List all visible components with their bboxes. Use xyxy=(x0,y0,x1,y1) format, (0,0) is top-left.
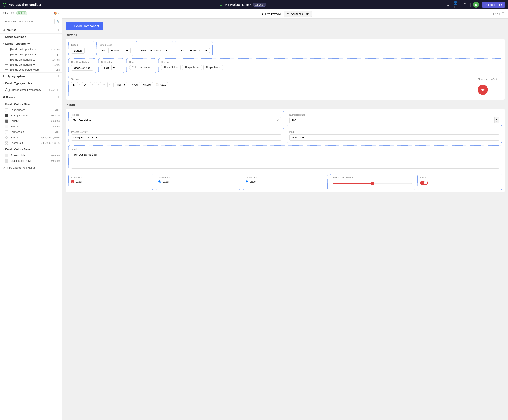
sidebar: STYLES Default 🎨 ▾ 🔍 ⊞ Metrics + ▸ Kendo… xyxy=(0,9,62,420)
metrics-add-icon[interactable]: + xyxy=(58,28,60,32)
align-right-button[interactable]: ≡ xyxy=(102,82,106,87)
color-swatch xyxy=(5,154,8,157)
numeric-up[interactable]: ▲ xyxy=(495,118,499,120)
star-icon: ★ xyxy=(190,49,192,52)
fab-card: FloatingActionButton ★ xyxy=(475,75,502,97)
textarea-card: TextArea TextArea Value xyxy=(68,145,502,172)
numeric-card: NumericTextBox ▲ ▼ xyxy=(287,111,502,126)
masked-card: MaskedTextBox xyxy=(68,128,284,143)
split-button-demo: Split ▾ xyxy=(101,65,121,70)
list-icon[interactable]: ☰ xyxy=(502,12,505,16)
split-btn-arrow[interactable]: ▾ xyxy=(112,65,116,70)
align-center-button[interactable]: ≡ xyxy=(96,82,101,87)
kendo-common-header[interactable]: ▸ Kendo Common xyxy=(0,34,62,40)
checkbox-input[interactable] xyxy=(71,180,74,183)
inputs-section: TextBox ✕ NumericTextBox ▲ xyxy=(66,109,505,192)
align-left-button[interactable]: ≡ xyxy=(90,82,95,87)
list-item: $kendo-pre-padding-x 1.5rem xyxy=(0,57,62,62)
button-group-middle[interactable]: ★ Middle xyxy=(109,48,124,53)
color-swatch xyxy=(5,141,8,145)
default-badge: Default xyxy=(16,11,28,15)
typographies-add-icon[interactable]: + xyxy=(58,74,60,78)
list-item: $app-surface #ffffff xyxy=(0,107,62,113)
slider-input[interactable] xyxy=(333,182,412,185)
add-component-button[interactable]: + + Add Component xyxy=(66,22,103,30)
search-bar: 🔍 xyxy=(0,17,62,26)
masked-demo xyxy=(71,135,281,141)
button-group-first[interactable]: First xyxy=(99,48,109,53)
typographies-header[interactable]: T Typographies + xyxy=(0,73,62,80)
search-input[interactable] xyxy=(2,19,55,24)
copy-button[interactable]: ⎘ Copy xyxy=(141,82,153,87)
chiplist-item-2[interactable]: Single Select xyxy=(182,65,202,70)
kendo-typographies-header[interactable]: ▾ Kendo Typographies xyxy=(0,80,62,87)
colors-add-icon[interactable]: + xyxy=(58,95,60,99)
list-item: $border rgba(0, 0, 0, 0.08) xyxy=(0,135,62,140)
paste-button[interactable]: 📋 Paste xyxy=(154,82,168,87)
input-field[interactable] xyxy=(292,136,497,139)
chip-demo[interactable]: Chip component xyxy=(129,65,153,70)
live-preview-button[interactable]: ▶ Live Preview xyxy=(259,11,284,17)
add-person-icon[interactable]: 👤+ xyxy=(453,2,459,8)
button-group-middle-3[interactable]: ★ Middle xyxy=(188,48,203,53)
italic-button[interactable]: I xyxy=(77,82,81,87)
star-icon: ★ xyxy=(165,49,168,52)
button-demo[interactable]: Button xyxy=(71,48,85,53)
kendo-colors-misc-header[interactable]: ▾ Kendo Colors Misc xyxy=(0,101,62,107)
item-value: 1px xyxy=(56,69,60,71)
advanced-edit-button[interactable]: ✏ Advanced Edit xyxy=(284,11,312,17)
textbox-input[interactable] xyxy=(74,119,277,122)
kendo-typography-header[interactable]: ▾ Kendo Typography xyxy=(0,40,62,47)
button-group-middle-2[interactable]: ★ Middle xyxy=(148,48,163,53)
underline-button[interactable]: U xyxy=(82,82,87,87)
redo-icon[interactable]: ↪ xyxy=(497,12,500,16)
slider-demo xyxy=(333,180,412,188)
color-name: $border xyxy=(11,136,19,139)
colors-header[interactable]: ◉ Colors + xyxy=(0,93,62,101)
radio-input[interactable] xyxy=(158,180,161,183)
button-group-star-2[interactable]: ★ xyxy=(163,48,170,53)
numeric-input[interactable] xyxy=(290,118,495,123)
main-layout: STYLES Default 🎨 ▾ 🔍 ⊞ Metrics + ▸ Kendo… xyxy=(0,9,508,420)
button-group-first-3[interactable]: First xyxy=(178,48,187,53)
textarea-input[interactable]: TextArea Value xyxy=(71,151,499,168)
align-justify-button[interactable]: ≡ xyxy=(107,82,112,87)
import-figma-button[interactable]: ⬡ Import Styles from Figma xyxy=(0,164,62,171)
split-btn-main[interactable]: Split xyxy=(101,65,112,70)
insert-button[interactable]: Insert ▾ xyxy=(115,82,127,87)
button-group-star[interactable]: ★ xyxy=(124,48,131,53)
help-icon[interactable]: ? xyxy=(462,2,468,8)
color-value: #ffffff xyxy=(55,131,60,133)
chiplist-item-1[interactable]: Single Select xyxy=(161,65,180,70)
metrics-section-header[interactable]: ⊞ Metrics + xyxy=(0,26,62,33)
avatar[interactable]: R xyxy=(473,2,479,8)
project-name[interactable]: My Project Name ▾ xyxy=(225,3,251,6)
color-value: #666666 xyxy=(51,120,60,122)
cut-button[interactable]: ✂ Cut xyxy=(130,82,140,87)
button-group-first-2[interactable]: First xyxy=(139,48,148,53)
switch-demo[interactable] xyxy=(420,180,428,185)
numeric-demo: ▲ ▼ xyxy=(289,117,500,123)
chiplist-item-3[interactable]: Single Select xyxy=(203,65,223,70)
sidebar-header: STYLES Default 🎨 ▾ xyxy=(0,9,62,17)
bold-button[interactable]: B xyxy=(71,82,76,87)
color-name: $on-app-surface xyxy=(11,114,29,117)
button-group-star-3[interactable]: ★ xyxy=(203,48,210,53)
fab-button[interactable]: ★ xyxy=(478,85,488,95)
dropdown-button-demo[interactable]: User Settings xyxy=(71,65,93,71)
sidebar-section-colors: ◉ Colors + xyxy=(0,93,62,101)
numeric-down[interactable]: ▼ xyxy=(495,120,499,123)
sidebar-header-icons[interactable]: 🎨 ▾ xyxy=(53,12,60,15)
list-item: $on-app-surface #3d3d3d xyxy=(0,113,62,118)
radio-group-input[interactable] xyxy=(246,180,248,183)
kendo-colors-base-header[interactable]: ▾ Kendo Colors Base xyxy=(0,146,62,153)
export-all-button[interactable]: ↗ Export All ▾ xyxy=(482,2,506,8)
masked-input[interactable] xyxy=(74,136,279,139)
dropdown-button-card: DropDownButton User Settings xyxy=(68,59,96,73)
settings-icon[interactable]: ⚙ xyxy=(445,2,451,8)
undo-icon[interactable]: ↩ xyxy=(493,12,495,16)
divider xyxy=(470,2,471,7)
clear-icon[interactable]: ✕ xyxy=(277,119,279,122)
fab-label: FloatingActionButton xyxy=(478,78,499,80)
radio-item-label: Label xyxy=(162,180,169,183)
